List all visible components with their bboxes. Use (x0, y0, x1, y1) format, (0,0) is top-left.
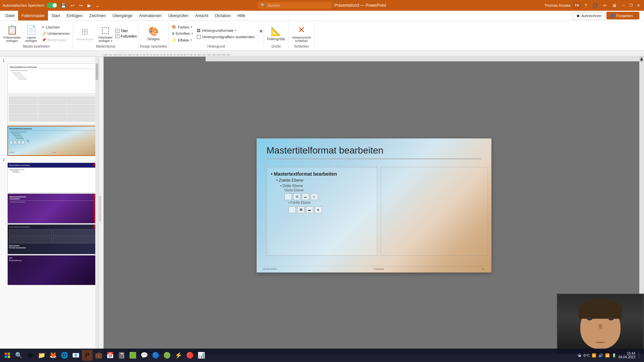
freigeben-label: Freigeben (616, 14, 633, 18)
tab-dictation[interactable]: Dictation (212, 11, 234, 20)
taskbar-firefox-icon[interactable]: 🦊 (48, 350, 58, 361)
taskbar-teams-icon[interactable]: 💼 (93, 350, 104, 361)
taskbar-app3-icon[interactable]: 🔵 (150, 350, 161, 361)
taskbar-files-icon[interactable]: 📁 (36, 350, 47, 361)
restore-btn[interactable]: ❐ (628, 2, 634, 8)
search-box[interactable]: 🔍 (258, 2, 332, 9)
platzhalter-btn[interactable]: ⬚ Platzhaltereinfügen ▾ (96, 23, 115, 44)
slide-thumb-4[interactable]: Mastertitelformat bearbeiten • Mastertex… (7, 163, 97, 193)
taskbar-app6-icon[interactable]: 🔴 (184, 350, 195, 361)
taskbar-app1-icon[interactable]: 🟩 (127, 350, 138, 361)
foliengroesse-btn[interactable]: 📐 Foliengröße (265, 23, 287, 44)
hintergrund-group-label: Hintergrund (170, 44, 262, 49)
minimize-btn[interactable]: ─ (621, 2, 627, 8)
autosave-toggle[interactable] (47, 3, 57, 8)
slide-panel: 1 Mastertitelformat bearbeiten • Mastert… (0, 57, 99, 354)
canvas-scroll-thumb-top[interactable]: ▲ (640, 57, 643, 62)
taskbar-temp: 6°C (583, 353, 589, 357)
designs-btn[interactable]: 🎨 Designs (146, 23, 162, 44)
slide-thumb-5[interactable]: Mastertitelformatbearbeiten • Mastertext… (7, 193, 97, 224)
freigeben-arrow: ▾ (634, 14, 636, 17)
taskbar-calendar-icon[interactable]: 📅 (105, 350, 115, 361)
taskbar-network-icon[interactable]: 📶 (605, 353, 610, 358)
taskbar-excel-icon[interactable]: 📊 (196, 350, 207, 361)
slide-thumb-7[interactable]: ■■■ Mastertitelformat (7, 255, 97, 285)
loeschen-btn[interactable]: ✂ Löschen (40, 24, 71, 30)
tab-hilfe[interactable]: Hilfe (234, 11, 249, 20)
masterlayout-content: ⊞ Masterlayout ⬚ Platzhaltereinfügen ▾ T… (74, 23, 137, 44)
slide-title-area[interactable]: Mastertitelformat bearbeiten (267, 145, 481, 163)
taskbar-search-icon[interactable]: 🔍 (13, 350, 24, 361)
slide-content-area[interactable]: • Mastertextformat bearbeiten • Zweite E… (267, 167, 377, 256)
taskbar-app4-icon[interactable]: 🟢 (162, 350, 172, 361)
taskbar-speaker-icon[interactable]: 🔊 (598, 353, 603, 358)
slide-thumb-3[interactable]: Mastertitelformat bearbeiten • Mastertex… (7, 126, 97, 156)
hintergrundgrafiken-btn[interactable]: Hintergrundgrafiken ausblenden (195, 34, 257, 40)
freigeben-btn[interactable]: 👤 Freigeben ▾ (606, 12, 639, 19)
icon-box-2: 🖼 (293, 193, 301, 200)
bullet-3: • Dritte Ebene (280, 184, 373, 188)
effekte-icon: ✨ (172, 38, 176, 42)
taskbar-app5-icon[interactable]: ⚡ (173, 350, 184, 361)
masteransicht-schliessen-btn[interactable]: ✕ Masteransichtschließen (290, 23, 313, 44)
taskbar-outlook-icon[interactable]: 📧 (70, 350, 81, 361)
thumb-5-content: Mastertitelformatbearbeiten • Mastertext… (8, 194, 97, 205)
more-icon[interactable]: ⌄ (94, 2, 101, 9)
bottom-icon-3: ▬ (306, 206, 313, 213)
headphones-icon[interactable]: 🎧 (591, 2, 599, 9)
tab-folienmaster[interactable]: Folienmaster (18, 11, 48, 20)
hintergrundformate-btn[interactable]: 🖼 Hintergrundformate ▾ (195, 28, 257, 33)
taskbar-widget-icon[interactable]: ⊞ (25, 350, 36, 361)
search-input[interactable] (268, 3, 325, 7)
umbenennen-btn[interactable]: 📝 Umbenennen (40, 31, 71, 37)
taskbar-time-text: 15:44 (627, 352, 635, 355)
save-icon[interactable]: 💾 (59, 2, 67, 9)
tab-zeichnen[interactable]: Zeichnen (86, 11, 109, 20)
pen-icon[interactable]: ✏ (602, 2, 608, 9)
taskbar-powerpoint-icon[interactable]: P (82, 350, 93, 361)
titel-checkbox[interactable]: Titel (115, 29, 137, 33)
face-hair (579, 299, 622, 319)
ribbon: Datei Folienmaster Start Einfügen Zeichn… (0, 11, 644, 51)
fuszeilen-checkbox[interactable]: Fußzeilen (115, 34, 137, 38)
tab-ueberpruefen[interactable]: Überprüfen (165, 11, 192, 20)
screen-icon[interactable]: 🖥 (611, 2, 618, 9)
slide-thumb-1[interactable]: Mastertitelformat bearbeiten • Mastertex… (7, 63, 97, 94)
tab-uebergaenge[interactable]: Übergänge (109, 11, 136, 20)
taskbar-chrome-icon[interactable]: 🌐 (59, 350, 70, 361)
slide-panel-scrollbar[interactable] (95, 57, 99, 354)
taskbar-date-text: 04.04.2023 (619, 355, 635, 359)
slide-right-area[interactable] (381, 167, 488, 256)
tab-start[interactable]: Start (48, 11, 63, 20)
bullet-2: • Zweite Ebene (276, 178, 373, 183)
effekte-btn[interactable]: ✨ Effekte ▾ (170, 37, 195, 43)
slide-thumb-2[interactable] (7, 95, 97, 125)
ruler-marks: ─15─14─13─12─11─10─9─8─7─6─5─4─3─2─1─0─1… (0, 51, 644, 56)
schriften-btn[interactable]: A Schriften ▾ (170, 31, 195, 36)
present-icon[interactable]: ▶ (86, 2, 92, 9)
help-icon[interactable]: ? (583, 2, 588, 9)
close-btn[interactable]: ✕ (635, 2, 641, 8)
taskbar-onenote-icon[interactable]: 📓 (116, 350, 127, 361)
ribbon-right-buttons: ⏺ Aufzeichnen 👤 Freigeben ▾ (573, 12, 642, 19)
farben-btn[interactable]: 🎨 Farben ▾ (170, 24, 195, 30)
tab-einfuegen[interactable]: Einfügen (63, 11, 86, 20)
slide-thumb-6[interactable]: Mastertitelformat bearbeiten Mastertitel… (7, 224, 97, 254)
tab-datei[interactable]: Datei (2, 11, 18, 20)
hintergrund-expand[interactable]: ⊞ (260, 29, 262, 38)
canvas-scrollbar-top[interactable] (206, 57, 639, 61)
layout-einfuegen-btn[interactable]: 📄 Layouteinfügen (23, 23, 39, 44)
folienmaster-einfuegen-btn[interactable]: 📋 Folienmastereinfügen (1, 23, 23, 44)
redo-icon[interactable]: ↪ (78, 2, 84, 9)
undo-icon[interactable]: ↩ (69, 2, 76, 9)
face-container (580, 299, 621, 349)
tab-animationen[interactable]: Animationen (136, 11, 165, 20)
taskbar-start-btn[interactable] (2, 350, 13, 361)
design-content: 🎨 Designs (146, 23, 162, 44)
slide-panel-scroll-thumb[interactable] (96, 63, 98, 80)
tab-ansicht[interactable]: Ansicht (192, 11, 212, 20)
taskbar-app2-icon[interactable]: 💬 (139, 350, 150, 361)
aufzeichnen-btn[interactable]: ⏺ Aufzeichnen (573, 12, 605, 19)
taskbar-show-desktop[interactable] (639, 352, 640, 359)
groesse-content: 📐 Foliengröße (265, 23, 287, 44)
